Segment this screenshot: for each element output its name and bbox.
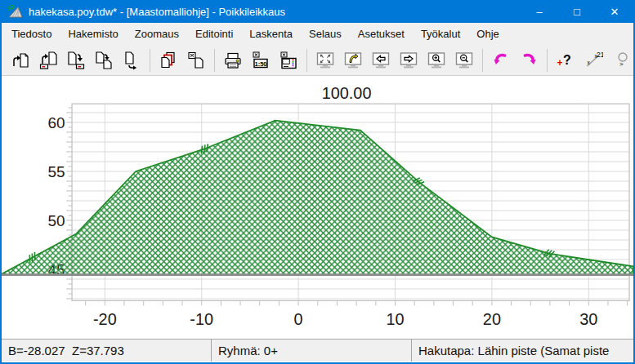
- page-setup-button[interactable]: [275, 48, 302, 73]
- printer-icon: [223, 51, 243, 70]
- toolbar-separator: [547, 49, 548, 72]
- toolbar-separator: [482, 49, 483, 72]
- menu-selaus[interactable]: Selaus: [301, 23, 350, 45]
- measure-distance-icon: x x 21: [584, 51, 603, 70]
- write-elements-icon: [66, 51, 86, 70]
- svg-text:0: 0: [294, 310, 303, 328]
- svg-text:10: 10: [386, 310, 404, 328]
- status-position: B=-28.027 Z=37.793: [2, 340, 212, 362]
- cross-section-canvas[interactable]: 45505560-20-100102030100.00: [2, 76, 633, 339]
- toolbar-separator: [150, 49, 150, 72]
- svg-text:100.00: 100.00: [322, 84, 372, 102]
- menu-ohje[interactable]: Ohje: [468, 23, 507, 45]
- status-search-mode: Hakutapa: Lähin piste (Samat piste: [412, 340, 633, 362]
- chart-area: 45505560-20-100102030100.00: [2, 76, 633, 339]
- open-file-button[interactable]: [7, 48, 34, 73]
- minimize-button[interactable]: –: [521, 0, 558, 23]
- redo-button[interactable]: [515, 48, 543, 73]
- copy-file-icon: [94, 51, 114, 70]
- app-window: 3D hakekasa.poy.tdw* - [Maastomalliohje]…: [0, 0, 635, 364]
- menu-editointi[interactable]: Editointi: [187, 23, 241, 45]
- undo-icon: [490, 51, 512, 70]
- file-stack-button[interactable]: [154, 48, 182, 73]
- svg-text:55: 55: [48, 163, 65, 180]
- file-stack-icon: [159, 51, 178, 70]
- svg-text:?: ?: [563, 52, 571, 66]
- zoom-extents-button[interactable]: [311, 48, 339, 73]
- undo-button[interactable]: [487, 48, 515, 73]
- page-setup-icon: [279, 51, 298, 70]
- svg-text:-20: -20: [93, 310, 117, 328]
- svg-text:20: 20: [483, 310, 501, 328]
- help-point-icon: ? +: [556, 51, 575, 70]
- previous-view-icon: [371, 51, 391, 70]
- app-icon[interactable]: 3D: [7, 4, 24, 19]
- status-group: Ryhmä: 0+: [212, 340, 412, 362]
- transfer-file-icon: [122, 51, 141, 70]
- menu-asetukset[interactable]: Asetukset: [350, 23, 413, 45]
- svg-text:21: 21: [597, 51, 603, 59]
- measure-distance-button[interactable]: x x 21: [579, 48, 607, 73]
- title-bar: 3D hakekasa.poy.tdw* - [Maastomalliohje]…: [2, 0, 633, 23]
- zoom-extents-icon: [315, 51, 335, 70]
- read-elements-button[interactable]: [34, 48, 62, 73]
- menu-hakemisto[interactable]: Hakemisto: [60, 23, 126, 45]
- svg-text:>: >: [619, 60, 624, 68]
- extra-tool-icon: >: [611, 51, 631, 70]
- select-file-icon: [186, 51, 206, 70]
- svg-text:50: 50: [48, 212, 65, 229]
- svg-text:30: 30: [579, 310, 597, 328]
- svg-text:-10: -10: [190, 310, 213, 328]
- zoom-out-icon: [454, 51, 474, 70]
- read-file-icon: [11, 51, 30, 70]
- extra-tool-button[interactable]: >: [607, 48, 635, 73]
- redo-icon: [518, 51, 539, 70]
- status-bar: B=-28.027 Z=37.793 Ryhmä: 0+ Hakutapa: L…: [2, 339, 633, 362]
- menu-bar: Tiedosto Hakemisto Zoomaus Editointi Las…: [2, 23, 633, 45]
- menu-zoomaus[interactable]: Zoomaus: [127, 23, 187, 45]
- next-view-icon: [399, 51, 418, 70]
- menu-laskenta[interactable]: Laskenta: [241, 23, 301, 45]
- menu-tyokalut[interactable]: Työkalut: [413, 23, 468, 45]
- redraw-screen-icon: [343, 51, 363, 70]
- scale-dialog-button[interactable]: 1:50: [247, 48, 275, 73]
- transfer-file-button[interactable]: [118, 48, 145, 73]
- close-button[interactable]: ✕: [596, 0, 633, 23]
- toolbar-separator: [214, 49, 215, 72]
- maximize-button[interactable]: □: [558, 0, 596, 23]
- toolbar-separator: [306, 49, 307, 72]
- toolbar: 1:50: [2, 45, 633, 76]
- select-file-button[interactable]: [182, 48, 210, 73]
- svg-text:+: +: [557, 57, 562, 69]
- previous-view-button[interactable]: [367, 48, 395, 73]
- window-title: hakekasa.poy.tdw* - [Maastomalliohje] - …: [29, 6, 521, 18]
- copy-file-button[interactable]: [90, 48, 118, 73]
- read-elements-icon: [38, 51, 58, 70]
- next-view-button[interactable]: [395, 48, 423, 73]
- zoom-in-button[interactable]: [423, 48, 450, 73]
- zoom-in-icon: [427, 51, 446, 70]
- svg-text:60: 60: [48, 114, 65, 131]
- svg-text:1:50: 1:50: [254, 60, 266, 67]
- menu-tiedosto[interactable]: Tiedosto: [3, 23, 60, 45]
- svg-text:3D: 3D: [7, 4, 16, 11]
- redraw-button[interactable]: [339, 48, 367, 73]
- scale-1-50-icon: 1:50: [251, 51, 271, 70]
- write-elements-button[interactable]: [62, 48, 90, 73]
- zoom-out-button[interactable]: [450, 48, 478, 73]
- print-button[interactable]: [219, 48, 247, 73]
- help-point-button[interactable]: ? +: [552, 48, 579, 73]
